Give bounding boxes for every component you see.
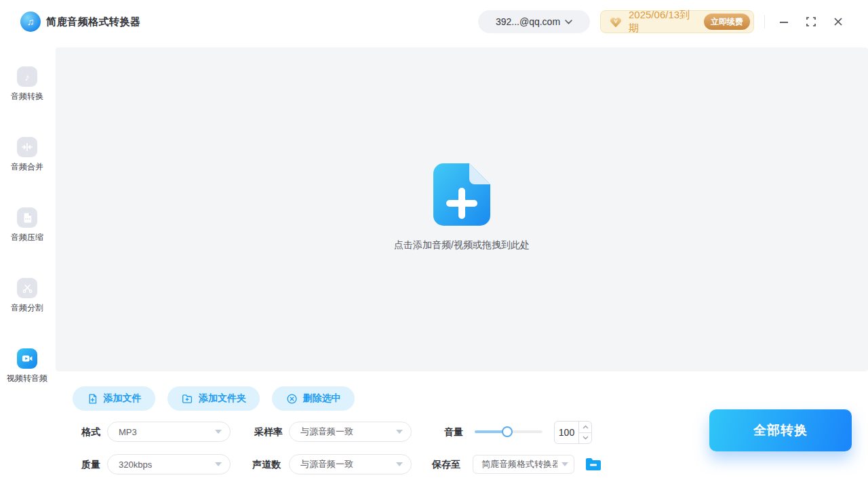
vip-heart-icon: V <box>608 15 623 28</box>
app-title: 简鹿音频格式转换器 <box>46 0 141 43</box>
chevron-up-icon <box>583 425 589 429</box>
sidebar: ♪ 音频转换 音频合并 音频压缩 <box>0 43 54 488</box>
video-camera-icon <box>17 348 37 369</box>
sidebar-item-label: 音频压缩 <box>0 232 54 243</box>
title-bar: ♫ 简鹿音频格式转换器 392...@qq.com V 2025/06/13到期… <box>0 0 868 43</box>
save-to-value: 简鹿音频格式转换器 <box>481 458 557 470</box>
folder-plus-icon <box>181 393 193 405</box>
spinner-up-button[interactable] <box>579 422 591 433</box>
add-folder-button[interactable]: 添加文件夹 <box>167 386 260 411</box>
sidebar-item-label: 视频转音频 <box>0 373 54 384</box>
sidebar-item-label: 音频分割 <box>0 302 54 314</box>
add-file-plus-icon[interactable] <box>433 163 490 226</box>
circle-x-icon <box>286 393 298 405</box>
sample-rate-dropdown[interactable]: 与源音频一致 <box>289 422 412 442</box>
sidebar-item-audio-compress[interactable]: 音频压缩 <box>0 207 54 243</box>
channels-value: 与源音频一致 <box>300 458 392 470</box>
spinner-down-button[interactable] <box>579 433 591 444</box>
format-value: MP3 <box>119 427 211 437</box>
sidebar-item-label: 音频合并 <box>0 161 54 173</box>
sidebar-item-audio-convert[interactable]: ♪ 音频转换 <box>0 66 54 102</box>
add-file-label: 添加文件 <box>104 392 142 405</box>
volume-slider[interactable] <box>475 430 542 433</box>
volume-spinner <box>554 421 592 444</box>
volume-label: 音量 <box>444 422 463 442</box>
add-folder-label: 添加文件夹 <box>199 392 246 405</box>
dropdown-arrow-icon <box>215 462 222 466</box>
maximize-icon <box>806 17 816 26</box>
add-file-button[interactable]: 添加文件 <box>73 386 155 411</box>
titlebar-divider <box>764 15 765 28</box>
file-list-dropzone[interactable]: 点击添加音频/视频或拖拽到此处 <box>56 47 868 371</box>
account-dropdown[interactable]: 392...@qq.com <box>478 10 590 33</box>
sample-rate-value: 与源音频一致 <box>300 426 392 438</box>
volume-slider-thumb[interactable] <box>502 426 513 437</box>
sample-rate-label: 采样率 <box>254 422 283 442</box>
save-to-label: 保存至 <box>432 454 460 474</box>
vip-expiry-date: 2025/06/13到期 <box>629 9 698 35</box>
close-icon <box>833 17 843 26</box>
channels-label: 声道数 <box>252 454 281 474</box>
quality-dropdown[interactable]: 320kbps <box>107 454 231 474</box>
volume-input[interactable] <box>555 422 578 443</box>
music-note-icon: ♪ <box>17 66 37 87</box>
dropdown-arrow-icon <box>396 462 403 466</box>
svg-text:V: V <box>614 18 618 24</box>
renew-button[interactable]: 立即续费 <box>704 14 750 30</box>
vip-status: V 2025/06/13到期 立即续费 <box>600 10 754 33</box>
format-label: 格式 <box>81 422 100 442</box>
scissors-icon <box>17 278 37 298</box>
dropzone-hint: 点击添加音频/视频或拖拽到此处 <box>56 239 868 251</box>
file-plus-icon <box>87 393 98 405</box>
browse-folder-button[interactable] <box>585 456 602 472</box>
chevron-down-icon <box>583 436 589 440</box>
app-logo-icon: ♫ <box>20 12 41 32</box>
delete-selected-button[interactable]: 删除选中 <box>272 386 355 411</box>
sidebar-item-video-to-audio[interactable]: 视频转音频 <box>0 348 54 384</box>
quality-label: 质量 <box>81 454 100 474</box>
chevron-down-icon <box>565 20 572 24</box>
dropdown-arrow-icon <box>561 462 568 466</box>
merge-arrows-icon <box>17 137 37 157</box>
sidebar-item-audio-merge[interactable]: 音频合并 <box>0 137 54 173</box>
maximize-button[interactable] <box>800 11 822 33</box>
open-folder-icon <box>585 456 602 472</box>
format-dropdown[interactable]: MP3 <box>107 422 231 442</box>
delete-selected-label: 删除选中 <box>303 392 341 405</box>
save-to-dropdown[interactable]: 简鹿音频格式转换器 <box>473 455 574 474</box>
minimize-icon <box>779 17 789 26</box>
sidebar-item-audio-split[interactable]: 音频分割 <box>0 278 54 314</box>
dropdown-arrow-icon <box>215 430 222 434</box>
close-button[interactable] <box>827 11 849 33</box>
channels-dropdown[interactable]: 与源音频一致 <box>289 454 412 474</box>
sidebar-item-label: 音频转换 <box>0 91 54 102</box>
compressed-file-icon <box>17 207 37 228</box>
dropdown-arrow-icon <box>396 430 403 434</box>
quality-value: 320kbps <box>119 460 211 470</box>
convert-all-button[interactable]: 全部转换 <box>709 409 852 451</box>
account-email: 392...@qq.com <box>496 16 560 27</box>
minimize-button[interactable] <box>773 11 795 33</box>
